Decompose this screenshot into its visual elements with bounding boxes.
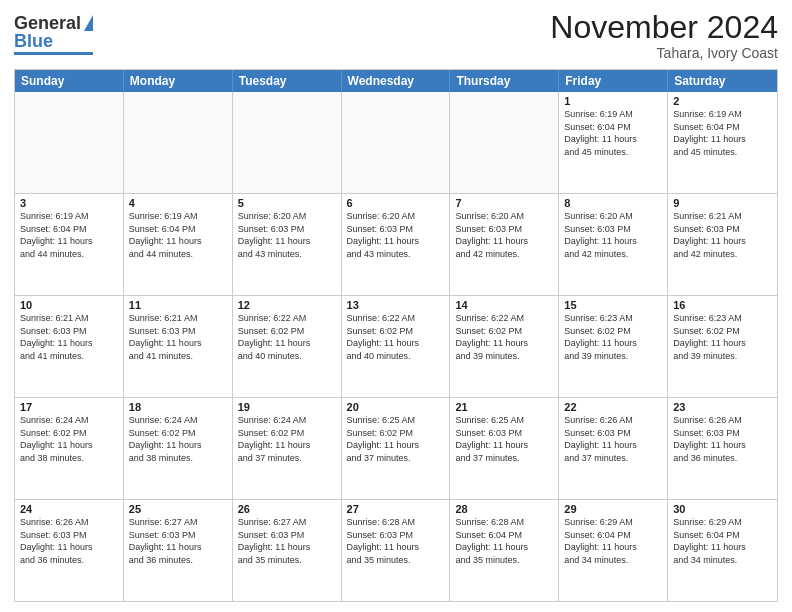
day-cell-4: 4Sunrise: 6:19 AMSunset: 6:04 PMDaylight…: [124, 194, 233, 295]
cell-info: Sunrise: 6:29 AMSunset: 6:04 PMDaylight:…: [564, 516, 662, 566]
cell-info: Sunrise: 6:27 AMSunset: 6:03 PMDaylight:…: [129, 516, 227, 566]
day-number: 23: [673, 401, 772, 413]
day-cell-29: 29Sunrise: 6:29 AMSunset: 6:04 PMDayligh…: [559, 500, 668, 601]
cell-info: Sunrise: 6:24 AMSunset: 6:02 PMDaylight:…: [20, 414, 118, 464]
day-number: 12: [238, 299, 336, 311]
day-cell-22: 22Sunrise: 6:26 AMSunset: 6:03 PMDayligh…: [559, 398, 668, 499]
day-number: 25: [129, 503, 227, 515]
title-area: November 2024 Tahara, Ivory Coast: [550, 10, 778, 61]
cell-info: Sunrise: 6:28 AMSunset: 6:03 PMDaylight:…: [347, 516, 445, 566]
cell-info: Sunrise: 6:22 AMSunset: 6:02 PMDaylight:…: [238, 312, 336, 362]
cell-info: Sunrise: 6:28 AMSunset: 6:04 PMDaylight:…: [455, 516, 553, 566]
day-number: 8: [564, 197, 662, 209]
weekday-header-friday: Friday: [559, 70, 668, 92]
calendar-row-1: 1Sunrise: 6:19 AMSunset: 6:04 PMDaylight…: [15, 92, 777, 194]
empty-cell: [342, 92, 451, 193]
cell-info: Sunrise: 6:24 AMSunset: 6:02 PMDaylight:…: [238, 414, 336, 464]
day-cell-13: 13Sunrise: 6:22 AMSunset: 6:02 PMDayligh…: [342, 296, 451, 397]
cell-info: Sunrise: 6:26 AMSunset: 6:03 PMDaylight:…: [20, 516, 118, 566]
day-number: 16: [673, 299, 772, 311]
day-cell-7: 7Sunrise: 6:20 AMSunset: 6:03 PMDaylight…: [450, 194, 559, 295]
weekday-header-saturday: Saturday: [668, 70, 777, 92]
day-cell-21: 21Sunrise: 6:25 AMSunset: 6:03 PMDayligh…: [450, 398, 559, 499]
calendar-row-3: 10Sunrise: 6:21 AMSunset: 6:03 PMDayligh…: [15, 296, 777, 398]
cell-info: Sunrise: 6:19 AMSunset: 6:04 PMDaylight:…: [673, 108, 772, 158]
calendar-row-4: 17Sunrise: 6:24 AMSunset: 6:02 PMDayligh…: [15, 398, 777, 500]
cell-info: Sunrise: 6:26 AMSunset: 6:03 PMDaylight:…: [564, 414, 662, 464]
day-cell-24: 24Sunrise: 6:26 AMSunset: 6:03 PMDayligh…: [15, 500, 124, 601]
day-number: 6: [347, 197, 445, 209]
day-number: 3: [20, 197, 118, 209]
weekday-header-monday: Monday: [124, 70, 233, 92]
day-number: 27: [347, 503, 445, 515]
day-cell-9: 9Sunrise: 6:21 AMSunset: 6:03 PMDaylight…: [668, 194, 777, 295]
day-cell-17: 17Sunrise: 6:24 AMSunset: 6:02 PMDayligh…: [15, 398, 124, 499]
page: General Blue November 2024 Tahara, Ivory…: [0, 0, 792, 612]
day-number: 9: [673, 197, 772, 209]
weekday-header-sunday: Sunday: [15, 70, 124, 92]
day-cell-26: 26Sunrise: 6:27 AMSunset: 6:03 PMDayligh…: [233, 500, 342, 601]
cell-info: Sunrise: 6:20 AMSunset: 6:03 PMDaylight:…: [564, 210, 662, 260]
logo: General Blue: [14, 10, 93, 55]
day-cell-15: 15Sunrise: 6:23 AMSunset: 6:02 PMDayligh…: [559, 296, 668, 397]
day-number: 26: [238, 503, 336, 515]
day-number: 19: [238, 401, 336, 413]
header: General Blue November 2024 Tahara, Ivory…: [14, 10, 778, 61]
day-number: 17: [20, 401, 118, 413]
day-number: 7: [455, 197, 553, 209]
cell-info: Sunrise: 6:21 AMSunset: 6:03 PMDaylight:…: [20, 312, 118, 362]
calendar-body: 1Sunrise: 6:19 AMSunset: 6:04 PMDaylight…: [15, 92, 777, 601]
day-number: 30: [673, 503, 772, 515]
day-number: 2: [673, 95, 772, 107]
day-number: 5: [238, 197, 336, 209]
day-cell-25: 25Sunrise: 6:27 AMSunset: 6:03 PMDayligh…: [124, 500, 233, 601]
cell-info: Sunrise: 6:19 AMSunset: 6:04 PMDaylight:…: [20, 210, 118, 260]
month-title: November 2024: [550, 10, 778, 45]
calendar-row-2: 3Sunrise: 6:19 AMSunset: 6:04 PMDaylight…: [15, 194, 777, 296]
cell-info: Sunrise: 6:23 AMSunset: 6:02 PMDaylight:…: [564, 312, 662, 362]
day-cell-23: 23Sunrise: 6:26 AMSunset: 6:03 PMDayligh…: [668, 398, 777, 499]
day-cell-18: 18Sunrise: 6:24 AMSunset: 6:02 PMDayligh…: [124, 398, 233, 499]
day-cell-19: 19Sunrise: 6:24 AMSunset: 6:02 PMDayligh…: [233, 398, 342, 499]
location: Tahara, Ivory Coast: [550, 45, 778, 61]
day-number: 20: [347, 401, 445, 413]
cell-info: Sunrise: 6:21 AMSunset: 6:03 PMDaylight:…: [129, 312, 227, 362]
day-number: 10: [20, 299, 118, 311]
cell-info: Sunrise: 6:21 AMSunset: 6:03 PMDaylight:…: [673, 210, 772, 260]
logo-blue: Blue: [14, 32, 53, 50]
cell-info: Sunrise: 6:20 AMSunset: 6:03 PMDaylight:…: [347, 210, 445, 260]
empty-cell: [450, 92, 559, 193]
cell-info: Sunrise: 6:29 AMSunset: 6:04 PMDaylight:…: [673, 516, 772, 566]
empty-cell: [233, 92, 342, 193]
day-number: 24: [20, 503, 118, 515]
logo-general: General: [14, 14, 81, 32]
day-number: 29: [564, 503, 662, 515]
day-cell-5: 5Sunrise: 6:20 AMSunset: 6:03 PMDaylight…: [233, 194, 342, 295]
cell-info: Sunrise: 6:22 AMSunset: 6:02 PMDaylight:…: [455, 312, 553, 362]
day-cell-20: 20Sunrise: 6:25 AMSunset: 6:02 PMDayligh…: [342, 398, 451, 499]
day-cell-6: 6Sunrise: 6:20 AMSunset: 6:03 PMDaylight…: [342, 194, 451, 295]
calendar-row-5: 24Sunrise: 6:26 AMSunset: 6:03 PMDayligh…: [15, 500, 777, 601]
day-cell-28: 28Sunrise: 6:28 AMSunset: 6:04 PMDayligh…: [450, 500, 559, 601]
day-cell-11: 11Sunrise: 6:21 AMSunset: 6:03 PMDayligh…: [124, 296, 233, 397]
cell-info: Sunrise: 6:23 AMSunset: 6:02 PMDaylight:…: [673, 312, 772, 362]
weekday-header-thursday: Thursday: [450, 70, 559, 92]
cell-info: Sunrise: 6:19 AMSunset: 6:04 PMDaylight:…: [564, 108, 662, 158]
day-cell-1: 1Sunrise: 6:19 AMSunset: 6:04 PMDaylight…: [559, 92, 668, 193]
day-number: 11: [129, 299, 227, 311]
cell-info: Sunrise: 6:20 AMSunset: 6:03 PMDaylight:…: [455, 210, 553, 260]
empty-cell: [15, 92, 124, 193]
day-number: 14: [455, 299, 553, 311]
day-cell-14: 14Sunrise: 6:22 AMSunset: 6:02 PMDayligh…: [450, 296, 559, 397]
calendar: SundayMondayTuesdayWednesdayThursdayFrid…: [14, 69, 778, 602]
cell-info: Sunrise: 6:26 AMSunset: 6:03 PMDaylight:…: [673, 414, 772, 464]
day-cell-3: 3Sunrise: 6:19 AMSunset: 6:04 PMDaylight…: [15, 194, 124, 295]
day-cell-2: 2Sunrise: 6:19 AMSunset: 6:04 PMDaylight…: [668, 92, 777, 193]
calendar-header: SundayMondayTuesdayWednesdayThursdayFrid…: [15, 70, 777, 92]
cell-info: Sunrise: 6:24 AMSunset: 6:02 PMDaylight:…: [129, 414, 227, 464]
cell-info: Sunrise: 6:27 AMSunset: 6:03 PMDaylight:…: [238, 516, 336, 566]
cell-info: Sunrise: 6:19 AMSunset: 6:04 PMDaylight:…: [129, 210, 227, 260]
day-number: 28: [455, 503, 553, 515]
day-number: 1: [564, 95, 662, 107]
day-cell-27: 27Sunrise: 6:28 AMSunset: 6:03 PMDayligh…: [342, 500, 451, 601]
